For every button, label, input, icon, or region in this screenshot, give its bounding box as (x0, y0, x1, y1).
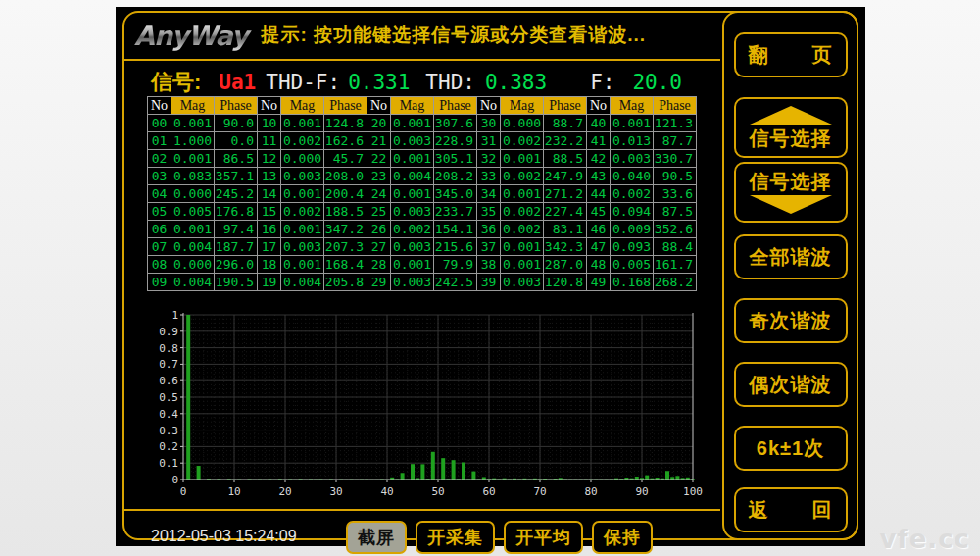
table-cell: 215.6 (434, 238, 477, 256)
table-cell: 0.002 (501, 203, 544, 221)
table-cell: 13 (258, 168, 281, 185)
bottom-button-start-average[interactable]: 开平均 (504, 521, 583, 554)
table-cell: 205.8 (324, 274, 368, 291)
table-cell: 19 (258, 274, 281, 291)
table-cell: 0.001 (281, 185, 324, 203)
chart-bar (471, 472, 475, 480)
table-cell: 188.5 (324, 203, 368, 221)
table-cell: 0.002 (501, 221, 544, 238)
harmonics-table: NoMagPhaseNoMagPhaseNoMagPhaseNoMagPhase… (147, 96, 697, 291)
table-cell: 87.7 (654, 132, 697, 150)
table-cell: 00 (148, 115, 172, 132)
sidebar-button-label: 翻页 (749, 44, 833, 66)
sidebar-button-label: 全部谐波 (750, 246, 832, 268)
freq-value: 20.0 (632, 71, 682, 94)
table-cell: 88.4 (654, 238, 697, 256)
table-row: 030.083357.1130.003208.0230.004208.2330.… (148, 168, 697, 185)
table-cell: 86.5 (215, 150, 258, 168)
table-cell: 30 (477, 115, 501, 132)
sidebar-button-back[interactable]: 返回 (734, 487, 848, 532)
table-cell: 02 (148, 150, 172, 168)
sidebar-button-label: 6k±1次 (757, 437, 824, 459)
table-cell: 232.2 (544, 132, 587, 150)
sidebar-button-even-harmonics[interactable]: 偶次谐波 (734, 362, 848, 407)
table-cell: 0.001 (172, 115, 215, 132)
table-cell: 287.0 (544, 256, 587, 274)
bottom-button-start-capture[interactable]: 开采集 (416, 521, 495, 554)
table-cell: 121.3 (654, 115, 697, 132)
signal-name: Ua1 (219, 71, 256, 94)
table-cell: 208.2 (434, 168, 477, 185)
table-header-no: No (587, 97, 611, 115)
table-cell: 0.005 (172, 203, 215, 221)
table-cell: 0.003 (391, 132, 434, 150)
axis-tick-label: 0.7 (159, 358, 178, 371)
signal-summary: 信号: Ua1 THD-F: 0.331 THD: 0.383 F: 20.0 (124, 66, 720, 99)
table-cell: 0.001 (501, 238, 544, 256)
table-cell: 46 (587, 221, 611, 238)
table-header-mag: Mag (172, 97, 215, 115)
table-header-no: No (477, 97, 501, 115)
table-cell: 1.000 (172, 132, 215, 150)
axis-tick-label: 0.4 (159, 408, 178, 421)
sidebar-button-signal-select-down[interactable]: 信号选择 (734, 162, 848, 223)
signal-label: 信号: (151, 68, 201, 97)
sidebar-button-label: 返回 (749, 499, 833, 521)
table-cell: 88.5 (544, 150, 587, 168)
table-cell: 0.001 (391, 185, 434, 203)
table-cell: 0.002 (501, 168, 544, 185)
table-cell: 0.002 (281, 132, 324, 150)
table-cell: 0.0 (215, 132, 258, 150)
table-cell: 22 (368, 150, 391, 168)
table-cell: 33.6 (654, 185, 697, 203)
table-header-phase: Phase (654, 97, 697, 115)
table-cell: 0.001 (391, 256, 434, 274)
table-cell: 0.001 (281, 221, 324, 238)
table-cell: 0.000 (172, 185, 215, 203)
table-cell: 21 (368, 132, 391, 150)
sidebar-button-odd-harmonics[interactable]: 奇次谐波 (734, 298, 848, 343)
table-cell: 124.8 (324, 115, 368, 132)
table-cell: 0.001 (391, 150, 434, 168)
table-cell: 0.009 (611, 221, 654, 238)
table-cell: 79.9 (434, 256, 477, 274)
freq-label: F: (590, 71, 614, 94)
table-cell: 347.2 (324, 221, 368, 238)
table-cell: 0.168 (611, 274, 654, 291)
instrument-screen: AnyWay 提示: 按功能键选择信号源或分类查看谐波... 信号: Ua1 T… (116, 7, 865, 546)
sidebar-button-6k-plus-minus-1[interactable]: 6k±1次 (734, 426, 848, 471)
bottom-button-screenshot[interactable]: 截屏 (346, 521, 407, 554)
sidebar-button-label: 偶次谐波 (750, 374, 832, 395)
table-cell: 345.0 (434, 185, 477, 203)
table-header-mag: Mag (501, 97, 544, 115)
sidebar-button-signal-select-up[interactable]: 信号选择 (734, 97, 848, 158)
chart-bar (452, 460, 456, 480)
thd-label: THD: (425, 71, 475, 94)
table-cell: 0.002 (501, 132, 544, 150)
table-header-phase: Phase (324, 97, 368, 115)
table-header-phase: Phase (544, 97, 587, 115)
bottom-buttons: 截屏开采集开平均保持 (346, 521, 653, 554)
up-arrow-icon (750, 106, 832, 125)
sidebar-button-page-turn[interactable]: 翻页 (734, 32, 848, 77)
bottom-button-hold[interactable]: 保持 (592, 521, 653, 554)
table-cell: 06 (148, 221, 172, 238)
table-cell: 190.5 (215, 274, 258, 291)
table-cell: 0.001 (501, 256, 544, 274)
table-cell: 18 (258, 256, 281, 274)
table-cell: 207.3 (324, 238, 368, 256)
table-cell: 90.5 (654, 168, 697, 185)
thdf-value: 0.331 (348, 71, 410, 94)
table-cell: 161.7 (654, 256, 697, 274)
axis-tick-label: 100 (683, 485, 703, 498)
sidebar-button-all-harmonics[interactable]: 全部谐波 (734, 234, 848, 279)
table-row: 011.0000.0110.002162.6210.003228.9310.00… (148, 132, 697, 150)
table-cell: 45.7 (324, 150, 368, 168)
table-cell: 0.013 (611, 132, 654, 150)
table-cell: 0.083 (172, 168, 215, 185)
table-cell: 0.001 (391, 115, 434, 132)
table-cell: 168.4 (324, 256, 368, 274)
table-cell: 11 (258, 132, 281, 150)
table-cell: 342.3 (544, 238, 587, 256)
table-cell: 357.1 (215, 168, 258, 185)
